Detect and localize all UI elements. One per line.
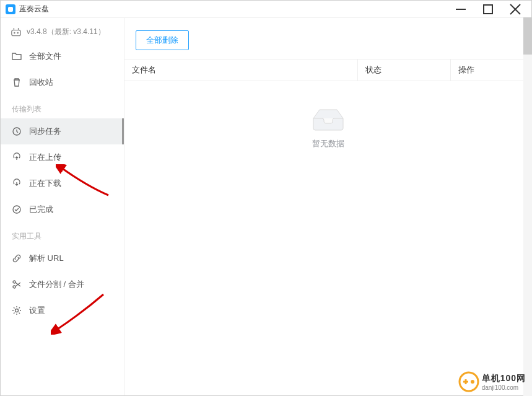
- version-info[interactable]: v3.4.8（最新: v3.4.11）: [1, 18, 124, 43]
- sidebar-item-all-files[interactable]: 全部文件: [1, 43, 124, 69]
- main-panel: 全部删除 文件名 状态 操作 暂无数据: [124, 18, 531, 395]
- download-icon: [12, 178, 22, 188]
- sidebar-item-label: 正在上传: [29, 152, 61, 163]
- svg-point-5: [14, 32, 15, 33]
- watermark-logo-icon: [458, 371, 479, 392]
- sync-icon: [12, 126, 22, 136]
- sidebar-section-tools: 实用工具: [1, 222, 124, 245]
- titlebar: 蓝奏云盘: [1, 1, 531, 18]
- check-icon: [12, 205, 22, 214]
- sidebar-item-sync[interactable]: 同步任务: [1, 118, 124, 144]
- svg-point-6: [17, 32, 19, 33]
- svg-point-15: [471, 380, 474, 384]
- svg-point-10: [13, 206, 20, 213]
- sidebar-item-label: 同步任务: [29, 126, 61, 137]
- delete-all-button[interactable]: 全部删除: [136, 30, 189, 50]
- svg-point-14: [460, 372, 478, 391]
- sidebar-item-parse-url[interactable]: 解析 URL: [1, 245, 124, 271]
- watermark-text-1: 单机100网: [482, 373, 526, 384]
- sidebar-item-recycle[interactable]: 回收站: [1, 69, 124, 95]
- sidebar-item-completed[interactable]: 已完成: [1, 196, 124, 222]
- sidebar-item-split-merge[interactable]: 文件分割 / 合并: [1, 271, 124, 297]
- scrollbar-thumb[interactable]: [523, 17, 532, 55]
- empty-text: 暂无数据: [312, 138, 344, 149]
- link-icon: [12, 253, 22, 263]
- sidebar: v3.4.8（最新: v3.4.11） 全部文件 回收站 传输列表 同步任: [1, 18, 124, 395]
- sidebar-item-uploading[interactable]: 正在上传: [1, 144, 124, 170]
- sidebar-section-transfer: 传输列表: [1, 95, 124, 118]
- watermark-text-2: danji100.com: [482, 384, 526, 391]
- svg-point-12: [13, 286, 15, 288]
- column-action[interactable]: 操作: [451, 59, 531, 81]
- upload-icon: [12, 152, 22, 162]
- svg-rect-4: [12, 30, 20, 35]
- version-label: v3.4.8（最新: v3.4.11）: [27, 27, 105, 37]
- watermark: 单机100网 danji100.com: [458, 371, 526, 392]
- empty-state: 暂无数据: [124, 81, 531, 395]
- close-button[interactable]: [509, 3, 521, 15]
- github-icon: [11, 28, 22, 37]
- sidebar-item-settings[interactable]: 设置: [1, 297, 124, 323]
- sidebar-item-label: 回收站: [29, 77, 53, 88]
- svg-point-13: [15, 309, 19, 312]
- trash-icon: [12, 77, 22, 87]
- column-filename[interactable]: 文件名: [124, 59, 358, 81]
- gear-icon: [12, 306, 22, 315]
- sidebar-item-downloading[interactable]: 正在下载: [1, 170, 124, 196]
- svg-point-11: [13, 281, 15, 283]
- folder-icon: [12, 51, 22, 61]
- svg-rect-1: [484, 5, 492, 14]
- sidebar-item-label: 解析 URL: [29, 253, 64, 264]
- sidebar-item-label: 已完成: [29, 204, 53, 215]
- column-status[interactable]: 状态: [358, 59, 451, 81]
- minimize-button[interactable]: [455, 3, 467, 15]
- empty-icon: [308, 106, 348, 132]
- maximize-button[interactable]: [482, 3, 494, 15]
- sidebar-item-label: 正在下载: [29, 178, 61, 189]
- sidebar-item-label: 文件分割 / 合并: [29, 279, 84, 290]
- scrollbar[interactable]: [523, 17, 532, 396]
- app-icon: [6, 4, 15, 14]
- scissors-icon: [12, 279, 22, 289]
- sidebar-item-label: 全部文件: [29, 51, 61, 62]
- sidebar-item-label: 设置: [29, 305, 45, 316]
- table-header: 文件名 状态 操作: [124, 59, 531, 81]
- window-title: 蓝奏云盘: [19, 4, 49, 14]
